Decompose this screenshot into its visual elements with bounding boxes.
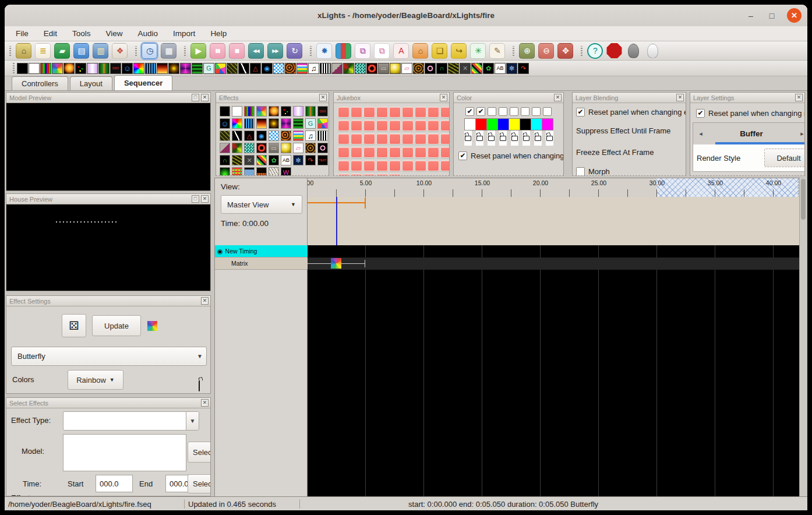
effect-spirograph-icon[interactable] — [317, 143, 328, 153]
effect-on-icon[interactable] — [29, 63, 40, 74]
jukebox-button[interactable] — [338, 120, 349, 131]
effect-piano-icon[interactable] — [320, 63, 331, 74]
jukebox-button[interactable] — [389, 160, 401, 171]
jukebox-button[interactable] — [376, 160, 388, 171]
zoom-in-icon[interactable]: ⊕ — [519, 43, 535, 59]
time-select-button[interactable]: Select... — [188, 474, 211, 493]
show-folder-icon[interactable]: ⌂ — [16, 43, 31, 59]
effect-bars-icon[interactable] — [244, 106, 255, 117]
effect-morph-icon[interactable] — [296, 63, 308, 74]
color-unlock-icon[interactable] — [546, 130, 553, 146]
effect-pinwheel-icon[interactable] — [232, 118, 242, 129]
effect-pinwheel-2-icon[interactable] — [343, 63, 354, 74]
close-panel-icon[interactable]: ✕ — [554, 94, 562, 101]
color-enable-checkbox[interactable] — [510, 107, 518, 116]
color-enable-checkbox[interactable] — [499, 107, 507, 116]
jukebox-button[interactable] — [415, 107, 426, 118]
effect-marquee-icon[interactable] — [273, 63, 284, 74]
morph-checkbox[interactable] — [576, 167, 585, 176]
effect-pinwheel-2-icon[interactable] — [232, 143, 242, 153]
crayons-icon[interactable] — [336, 43, 351, 59]
close-panel-icon[interactable]: ✕ — [201, 195, 209, 203]
color-unlock-icon[interactable] — [522, 130, 530, 146]
menu-edit[interactable]: Edit — [36, 26, 65, 41]
house-preview-header[interactable]: House Preview □ ✕ — [6, 194, 210, 204]
effect-pictures-icon[interactable] — [220, 143, 230, 153]
output-off-bulb-icon[interactable] — [628, 44, 639, 58]
effect-wreath-icon[interactable]: ✿ — [483, 63, 494, 74]
jukebox-button[interactable] — [440, 147, 450, 158]
close-panel-icon[interactable]: ✕ — [201, 297, 209, 305]
render-all-icon[interactable]: ▦ — [161, 43, 176, 59]
render-gear-icon[interactable]: ✳ — [470, 43, 486, 59]
palette-icon[interactable]: ❖ — [112, 43, 128, 59]
jukebox-button[interactable] — [389, 147, 401, 158]
jukebox-button[interactable] — [363, 120, 375, 131]
jukebox-button[interactable] — [351, 147, 362, 158]
color-unlock-icon[interactable] — [464, 130, 472, 146]
jukebox-button[interactable] — [338, 107, 349, 118]
color-enable-checkbox[interactable] — [532, 107, 541, 116]
reset-panel-checkbox[interactable]: ✔ — [576, 108, 585, 117]
layer-blending-header[interactable]: Layer Blending ✕ — [573, 93, 686, 103]
timing-track-row[interactable]: ◉ New Timing — [215, 245, 308, 258]
effect-bars-diagonal-icon[interactable] — [256, 155, 267, 165]
tab-sequencer[interactable]: Sequencer — [114, 75, 172, 90]
menu-view[interactable]: View — [98, 26, 130, 41]
titlebar[interactable]: xLights - /home/yoder/BeagleBoard/xLight… — [5, 5, 807, 27]
color-swatch[interactable] — [509, 118, 520, 130]
jukebox-button[interactable] — [351, 120, 362, 131]
effect-butterfly-icon[interactable] — [256, 106, 267, 117]
jukebox-button[interactable] — [428, 107, 439, 118]
effect-snowstorm-icon[interactable] — [413, 63, 424, 74]
effect-warp-icon[interactable]: ✕ — [244, 155, 255, 165]
color-unlock-icon[interactable] — [499, 130, 507, 146]
paste-by-time-icon[interactable]: ⧉ — [374, 43, 390, 59]
effect-pinwheel-icon[interactable] — [133, 63, 144, 74]
effect-kaleidoscope-icon[interactable] — [317, 118, 328, 129]
menu-help[interactable]: Help — [203, 26, 234, 41]
effect-vu-meter-icon[interactable] — [256, 167, 267, 176]
playhead-line[interactable] — [336, 197, 337, 245]
effect-pictures-icon[interactable] — [331, 63, 343, 74]
palette-dropdown[interactable]: Rainbow ▼ — [68, 370, 123, 390]
effect-lightning-icon[interactable] — [232, 130, 242, 141]
jukebox-button[interactable] — [363, 147, 375, 158]
jukebox-button[interactable] — [338, 147, 349, 158]
jukebox-button[interactable] — [415, 133, 426, 144]
effect-text-xmas-icon[interactable]: TEXT — [317, 155, 328, 165]
effect-shader-icon[interactable]: ▭ — [378, 63, 389, 74]
randomize-effect-button[interactable]: ⚄ — [62, 314, 86, 337]
acl-icon[interactable]: A — [393, 43, 409, 59]
effect-confetti-icon[interactable] — [232, 167, 242, 176]
menu-file[interactable]: File — [8, 26, 36, 41]
jukebox-button[interactable] — [351, 174, 362, 176]
effect-morph-icon[interactable] — [293, 130, 303, 141]
jukebox-button[interactable] — [389, 107, 401, 118]
jukebox-button[interactable] — [351, 133, 362, 144]
jukebox-button[interactable] — [363, 160, 375, 171]
vscroll-thumb[interactable] — [801, 179, 806, 220]
effect-text-ab-icon[interactable]: AB — [281, 155, 291, 165]
effect-end-cap[interactable] — [365, 260, 365, 267]
jukebox-button[interactable] — [389, 174, 401, 176]
color-enable-checkbox[interactable] — [521, 107, 529, 116]
color-enable-checkbox[interactable] — [488, 107, 496, 116]
effect-garlands-icon[interactable] — [192, 63, 203, 74]
layer-settings-header[interactable]: Layer Settings ✕ — [690, 93, 804, 103]
color-swatch[interactable] — [520, 118, 531, 130]
effect-off-icon[interactable] — [220, 106, 230, 117]
effect-tendril-arcs-icon[interactable]: ∩ — [220, 155, 230, 165]
maximize-panel-icon[interactable]: □ — [192, 195, 199, 203]
pause-icon[interactable]: ▮▮ — [210, 43, 225, 59]
effect-strobe-icon[interactable]: △ — [244, 130, 255, 141]
effect-snowstorm-icon[interactable] — [305, 143, 316, 153]
effect-bars-diagonal-icon[interactable] — [471, 63, 482, 74]
effect-glediator-icon[interactable]: G — [203, 63, 214, 74]
jukebox-button[interactable] — [338, 174, 349, 176]
jukebox-button[interactable] — [351, 107, 362, 118]
close-panel-icon[interactable]: ✕ — [201, 94, 209, 101]
effect-color-wash-icon[interactable] — [87, 63, 98, 74]
minimize-button[interactable]: – — [745, 10, 757, 22]
color-swatch[interactable] — [531, 118, 542, 130]
